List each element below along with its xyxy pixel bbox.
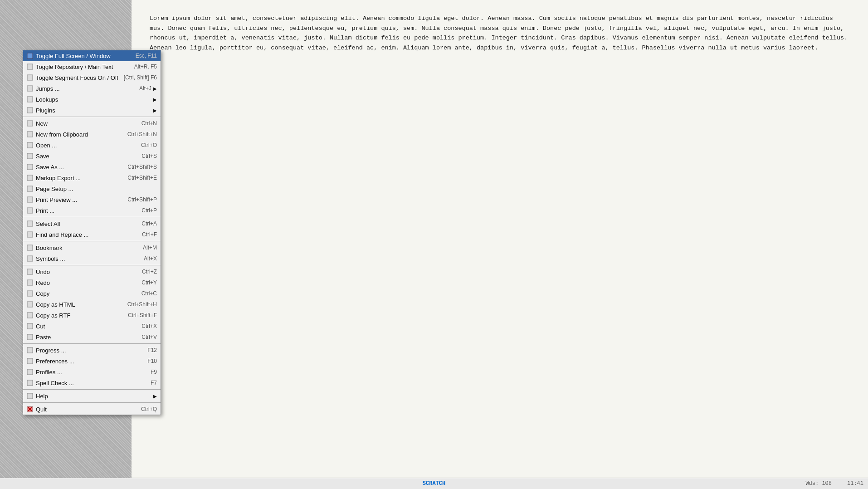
file-icon (26, 206, 34, 215)
menu-item-label-undo: Undo (36, 269, 137, 275)
menu-item-label-paste: Paste (36, 334, 137, 341)
menu-item-page-setup[interactable]: Page Setup ... (23, 183, 161, 194)
menu-item-shortcut-print: Ctrl+P (141, 207, 157, 214)
menu-item-label-jumps: Jumps ... (36, 85, 135, 92)
menu-item-shortcut-progress: F12 (147, 347, 157, 353)
menu-item-progress[interactable]: Progress ...F12 (23, 345, 161, 356)
menu-item-profiles[interactable]: Profiles ...F9 (23, 367, 161, 377)
menu-item-label-progress: Progress ... (36, 347, 143, 354)
menu-item-toggle-segment-focus[interactable]: Toggle Segment Focus On / Off[Ctrl, Shif… (23, 72, 161, 83)
menu-item-label-toggle-fullscreen: Toggle Full Screen / Window (36, 53, 131, 59)
file-icon (26, 95, 34, 103)
menu-item-print-preview[interactable]: Print Preview ...Ctrl+Shift+P (23, 194, 161, 205)
menu-item-preferences[interactable]: Preferences ...F10 (23, 356, 161, 367)
file-icon (26, 152, 34, 160)
menu-item-label-open: Open ... (36, 142, 137, 149)
menu-item-paste[interactable]: PasteCtrl+V (23, 332, 161, 342)
menu-separator (23, 343, 161, 344)
file-icon (26, 254, 34, 263)
menu-item-bookmark[interactable]: BookmarkAlt+M (23, 242, 161, 253)
menu-item-shortcut-new: Ctrl+N (141, 120, 157, 127)
menu-item-markup-export[interactable]: Markup Export ...Ctrl+Shift+E (23, 172, 161, 183)
menu-item-shortcut-copy-as-rtf: Ctrl+Shift+F (128, 312, 157, 318)
menu-item-undo[interactable]: UndoCtrl+Z (23, 266, 161, 277)
file-icon (26, 84, 34, 93)
menu-item-jumps[interactable]: Jumps ...Alt+J▶ (23, 83, 161, 94)
menu-separator (23, 117, 161, 117)
menu-item-label-bookmark: Bookmark (36, 244, 138, 251)
svg-rect-7 (27, 132, 33, 137)
svg-rect-26 (27, 347, 33, 353)
menu-item-copy-as-rtf[interactable]: Copy as RTFCtrl+Shift+F (23, 310, 161, 321)
menu-item-plugins[interactable]: Plugins▶ (23, 105, 161, 116)
svg-rect-16 (27, 232, 33, 237)
svg-rect-3 (27, 86, 33, 91)
svg-rect-0 (27, 53, 33, 59)
svg-rect-23 (27, 313, 33, 318)
menu-item-new-from-clipboard[interactable]: New from ClipboardCtrl+Shift+N (23, 129, 161, 140)
file-icon (26, 333, 34, 341)
menu-item-shortcut-cut: Ctrl+X (141, 323, 157, 329)
menu-item-quit[interactable]: QuitCtrl+Q (23, 404, 161, 415)
menu-item-shortcut-bookmark: Alt+M (143, 244, 157, 251)
menu-item-label-print-preview: Print Preview ... (36, 196, 123, 203)
menu-item-label-new: New (36, 120, 137, 127)
menu-item-save-as[interactable]: Save As ...Ctrl+Shift+S (23, 161, 161, 172)
svg-rect-11 (27, 175, 33, 181)
menu-item-copy[interactable]: CopyCtrl+C (23, 288, 161, 299)
menu-item-label-markup-export: Markup Export ... (36, 175, 123, 181)
menu-item-shortcut-copy-as-html: Ctrl+Shift+H (127, 301, 157, 308)
menu-item-copy-as-html[interactable]: Copy as HTMLCtrl+Shift+H (23, 299, 161, 310)
menu-item-shortcut-select-all: Ctrl+A (141, 220, 157, 227)
menu-item-shortcut-jumps: Alt+J (139, 85, 151, 92)
context-menu: Toggle Full Screen / WindowEsc, F11Toggl… (23, 50, 161, 415)
menu-item-lookups[interactable]: Lookups▶ (23, 94, 161, 105)
menu-item-print[interactable]: Print ...Ctrl+P (23, 205, 161, 216)
menu-item-new[interactable]: NewCtrl+N (23, 118, 161, 129)
menu-separator (23, 402, 161, 403)
menu-item-label-plugins: Plugins (36, 107, 147, 114)
menu-item-symbols[interactable]: Symbols ...Alt+X (23, 253, 161, 264)
svg-rect-2 (27, 75, 33, 80)
file-icon (26, 300, 34, 308)
menu-item-help[interactable]: Help▶ (23, 391, 161, 401)
file-icon (26, 289, 34, 298)
menu-item-open[interactable]: Open ...Ctrl+O (23, 140, 161, 151)
file-icon (26, 230, 34, 239)
menu-separator (23, 389, 161, 390)
menu-item-shortcut-toggle-repository: Alt+R, F5 (134, 64, 157, 70)
menu-item-toggle-repository[interactable]: Toggle Repository / Main TextAlt+R, F5 (23, 61, 161, 72)
menu-item-label-new-from-clipboard: New from Clipboard (36, 131, 123, 138)
file-icon (26, 368, 34, 376)
menu-item-cut[interactable]: CutCtrl+X (23, 321, 161, 332)
monitor-icon (26, 52, 34, 60)
menu-item-spell-check[interactable]: Spell Check ...F7 (23, 377, 161, 388)
menu-item-label-spell-check: Spell Check ... (36, 380, 146, 386)
file-icon (26, 311, 34, 319)
menu-item-redo[interactable]: RedoCtrl+Y (23, 277, 161, 288)
menu-item-label-quit: Quit (36, 406, 137, 413)
file-icon (26, 346, 34, 354)
submenu-arrow-jumps: ▶ (153, 86, 157, 91)
menu-separator (23, 265, 161, 265)
menu-item-shortcut-open: Ctrl+O (141, 142, 157, 148)
svg-rect-25 (27, 334, 33, 340)
svg-rect-22 (27, 302, 33, 307)
menu-item-find-replace[interactable]: Find and Replace ...Ctrl+F (23, 229, 161, 240)
menu-item-shortcut-profiles: F9 (151, 369, 157, 375)
menu-item-toggle-fullscreen[interactable]: Toggle Full Screen / WindowEsc, F11 (23, 50, 161, 61)
svg-rect-18 (27, 256, 33, 261)
svg-rect-14 (27, 208, 33, 213)
svg-rect-13 (27, 197, 33, 202)
file-icon (26, 244, 34, 252)
svg-rect-9 (27, 153, 33, 159)
menu-item-select-all[interactable]: Select AllCtrl+A (23, 218, 161, 229)
menu-item-save[interactable]: SaveCtrl+S (23, 151, 161, 161)
menu-item-shortcut-toggle-segment-focus: [Ctrl, Shift] F6 (124, 74, 157, 81)
file-icon (26, 63, 34, 71)
menu-item-label-save: Save (36, 153, 137, 160)
file-icon (26, 357, 34, 365)
menu-item-label-lookups: Lookups (36, 96, 147, 103)
menu-item-shortcut-find-replace: Ctrl+F (142, 231, 157, 238)
menu-item-shortcut-save-as: Ctrl+Shift+S (127, 164, 157, 170)
